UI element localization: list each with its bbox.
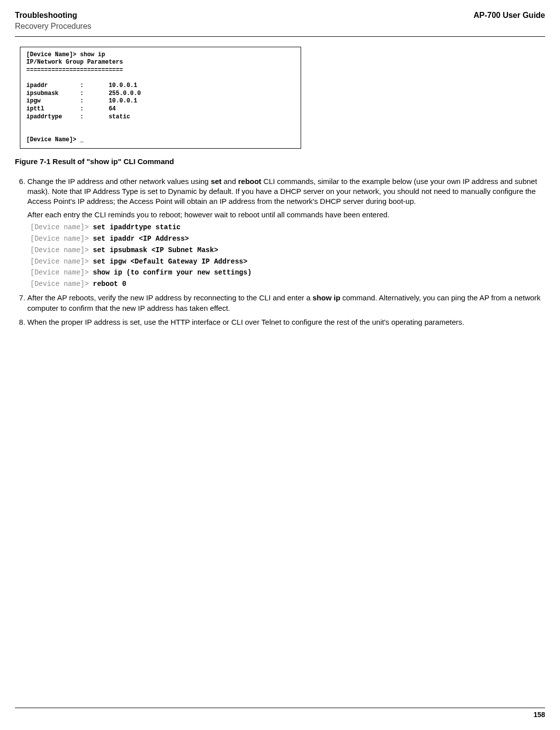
cli-prompt: [Device name]> [30, 280, 89, 288]
figure-caption: Figure 7-1 Result of "show ip" CLI Comma… [15, 156, 545, 167]
step-8: When the proper IP address is set, use t… [27, 317, 545, 327]
instruction-list: Change the IP address and other network … [15, 177, 545, 327]
step-6-text-b: and [222, 177, 238, 185]
cli-prompt: [Device name]> [30, 269, 89, 276]
cli-cmd: show ip (to confirm your new settings) [93, 269, 251, 276]
cli-command: [Device name]> set ipsubmask <IP Subnet … [30, 246, 545, 255]
cli-command: [Device name]> set ipaddr <IP Address> [30, 234, 545, 244]
step-6-text-a: Change the IP address and other network … [27, 177, 211, 185]
cli-prompt: [Device name]> [30, 235, 89, 243]
cli-cmd: set ipaddr <IP Address> [89, 235, 189, 243]
terminal-line: [Device Name]> show ip [26, 51, 105, 58]
terminal-line: =========================== [26, 67, 123, 74]
terminal-line: ipsubmask : 255.0.0.0 [26, 90, 141, 97]
cli-prompt: [Device name]> [30, 246, 89, 254]
cli-cmd: set ipaddrtype static [93, 223, 180, 231]
step-7: After the AP reboots, verify the new IP … [27, 293, 545, 313]
header-title: Troubleshooting [15, 10, 91, 21]
terminal-output: [Device Name]> show ip IP/Network Group … [20, 47, 301, 149]
cli-cmd: set ipsubmask <IP Subnet Mask> [93, 246, 218, 254]
header-subtitle: Recovery Procedures [15, 21, 91, 32]
cli-cmd: reboot 0 [93, 280, 126, 288]
step-6-subtext: After each entry the CLI reminds you to … [27, 210, 545, 220]
cli-command: [Device name]> show ip (to confirm your … [30, 268, 545, 277]
terminal-line: [Device Name]> _ [26, 136, 83, 143]
cli-prompt: [Device name]> [30, 258, 89, 266]
step-6: Change the IP address and other network … [27, 177, 545, 289]
terminal-line: ipgw : 10.0.0.1 [26, 97, 137, 104]
terminal-line: ipttl : 64 [26, 105, 116, 112]
terminal-line: IP/Network Group Parameters [26, 59, 123, 66]
cli-command: [Device name]> set ipaddrtype static [30, 223, 545, 232]
page-header: Troubleshooting Recovery Procedures AP-7… [15, 10, 545, 37]
terminal-line: ipaddr : 10.0.0.1 [26, 82, 137, 89]
step-7-text-a: After the AP reboots, verify the new IP … [27, 293, 313, 302]
cli-prompt: [Device name]> [30, 223, 89, 231]
cli-command: [Device name]> reboot 0 [30, 279, 545, 289]
step-7-bold: show ip [313, 293, 340, 302]
header-left: Troubleshooting Recovery Procedures [15, 10, 91, 32]
step-6-bold-reboot: reboot [238, 177, 261, 185]
terminal-line: ipaddrtype : static [26, 113, 130, 120]
step-6-bold-set: set [211, 177, 222, 185]
header-guide: AP-700 User Guide [474, 10, 545, 21]
cli-cmd: set ipgw <Default Gateway IP Address> [93, 258, 247, 266]
cli-command: [Device name]> set ipgw <Default Gateway… [30, 257, 545, 267]
